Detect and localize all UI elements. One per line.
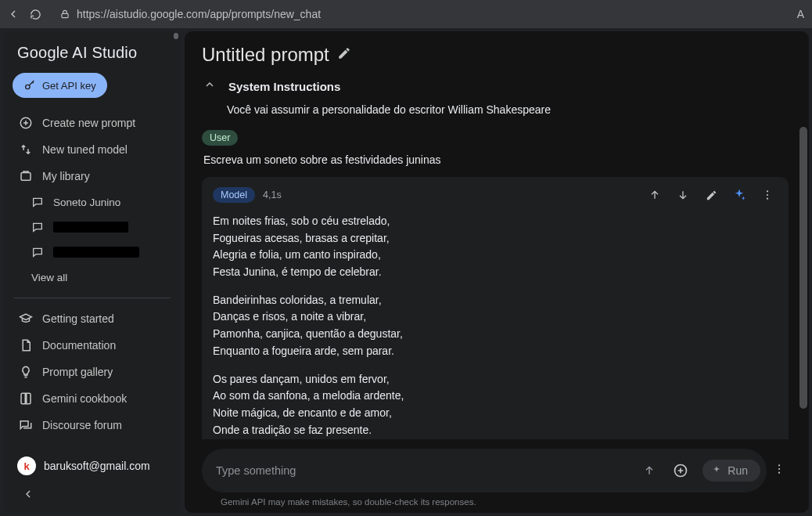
graduation-icon bbox=[19, 312, 33, 326]
svg-point-9 bbox=[778, 464, 780, 466]
nav-label: Prompt gallery bbox=[42, 366, 113, 378]
arrow-up-icon bbox=[643, 464, 656, 477]
reload-button[interactable] bbox=[28, 7, 42, 21]
tune-icon bbox=[19, 143, 33, 157]
view-all-link[interactable]: View all bbox=[11, 265, 174, 290]
svg-point-11 bbox=[778, 472, 780, 474]
nav-label: Documentation bbox=[42, 339, 116, 352]
url-text: https://aistudio.google.com/app/prompts/… bbox=[77, 8, 321, 20]
my-library[interactable]: My library bbox=[11, 164, 174, 189]
sidebar-scrollbar[interactable] bbox=[172, 31, 180, 513]
library-item-redacted-2[interactable] bbox=[11, 240, 174, 264]
poem-stanza: Bandeirinhas coloridas, a tremular,Dança… bbox=[213, 292, 778, 360]
plus-circle-icon bbox=[19, 116, 33, 130]
redacted-label bbox=[53, 222, 128, 233]
nav-label: New tuned model bbox=[42, 143, 128, 156]
prompt-title-row: Untitled prompt bbox=[185, 31, 809, 74]
arrow-down-icon bbox=[677, 189, 689, 201]
back-button[interactable] bbox=[6, 7, 20, 21]
library-item-redacted-1[interactable] bbox=[11, 215, 174, 239]
get-api-key-button[interactable]: Get API key bbox=[13, 73, 107, 98]
redacted-label bbox=[53, 247, 139, 258]
user-message: User Escreva um soneto sobre as festivid… bbox=[202, 125, 789, 175]
prompt-input-box: Run bbox=[202, 449, 767, 493]
nav-label: Getting started bbox=[42, 312, 114, 325]
address-bar[interactable]: https://aistudio.google.com/app/prompts/… bbox=[50, 8, 789, 20]
sidebar-divider bbox=[14, 298, 171, 298]
pencil-icon bbox=[337, 46, 351, 60]
account-email: baruksoft@gmail.com bbox=[44, 460, 150, 472]
model-latency: 4,1s bbox=[263, 189, 282, 200]
disclaimer-text: Gemini API may make mistakes, so double-… bbox=[185, 496, 809, 513]
key-icon bbox=[23, 79, 36, 92]
documentation-link[interactable]: Documentation bbox=[11, 333, 174, 358]
model-message: Model 4,1s Em noites frias, sob o céu es… bbox=[202, 177, 789, 439]
nav-label: My library bbox=[42, 170, 90, 182]
run-label: Run bbox=[728, 464, 748, 477]
sparkle-icon bbox=[710, 464, 723, 477]
svg-rect-3 bbox=[21, 173, 31, 181]
library-item-soneto[interactable]: Soneto Junino bbox=[11, 190, 174, 214]
forum-icon bbox=[19, 418, 33, 432]
chevron-up-icon bbox=[203, 78, 216, 91]
system-instructions-header: System Instructions bbox=[185, 74, 809, 99]
regenerate-button[interactable] bbox=[729, 185, 749, 205]
system-toggle[interactable] bbox=[202, 77, 217, 96]
collapse-sidebar-button[interactable] bbox=[17, 483, 39, 505]
more-options-button[interactable] bbox=[757, 185, 778, 205]
prompt-title: Untitled prompt bbox=[202, 44, 329, 66]
chat-icon bbox=[31, 221, 44, 233]
prompt-input[interactable] bbox=[216, 464, 631, 477]
input-row: Run bbox=[185, 439, 809, 496]
create-new-prompt[interactable]: Create new prompt bbox=[11, 110, 174, 135]
kebab-icon bbox=[761, 189, 774, 201]
svg-point-1 bbox=[26, 85, 30, 88]
edit-response-button[interactable] bbox=[701, 185, 721, 205]
document-icon bbox=[19, 338, 33, 352]
nav-label: Create new prompt bbox=[42, 117, 135, 129]
run-button[interactable]: Run bbox=[702, 460, 760, 482]
discourse-forum-link[interactable]: Discourse forum bbox=[11, 413, 174, 438]
avatar: k bbox=[17, 456, 36, 475]
model-response-text: Em noites frias, sob o céu estrelado,Fog… bbox=[213, 205, 778, 439]
edit-title-button[interactable] bbox=[337, 46, 351, 63]
add-attachment-button[interactable] bbox=[668, 458, 693, 483]
vertex-ai-link[interactable]: Build with Vertex AI on Google Cloud bbox=[11, 439, 174, 446]
plus-circle-icon bbox=[673, 463, 688, 478]
nav-label: Gemini cookbook bbox=[42, 392, 127, 405]
sidebar-resources: Getting started Documentation Prompt gal… bbox=[11, 306, 174, 446]
prompt-gallery-link[interactable]: Prompt gallery bbox=[11, 359, 174, 384]
expand-down-button[interactable] bbox=[673, 185, 693, 205]
browser-toolbar: https://aistudio.google.com/app/prompts/… bbox=[0, 0, 812, 28]
account-row[interactable]: k baruksoft@gmail.com bbox=[11, 452, 174, 480]
book-icon bbox=[19, 392, 33, 406]
chevron-left-icon bbox=[22, 488, 34, 500]
send-button[interactable] bbox=[637, 458, 662, 483]
sidebar: Google AI Studio Get API key Create new … bbox=[3, 31, 181, 513]
nav-label: Discourse forum bbox=[42, 419, 122, 431]
more-input-options[interactable] bbox=[773, 463, 795, 478]
user-text: Escreva um soneto sobre as festividades … bbox=[202, 146, 789, 174]
system-instructions-text[interactable]: Você vai assumir a personalidade do escr… bbox=[185, 99, 809, 124]
system-instructions-label: System Instructions bbox=[228, 80, 340, 93]
kebab-icon bbox=[773, 463, 785, 475]
lock-icon bbox=[59, 9, 70, 20]
user-chip: User bbox=[202, 130, 238, 146]
get-api-key-label: Get API key bbox=[42, 80, 96, 92]
poem-stanza: Em noites frias, sob o céu estrelado,Fog… bbox=[213, 213, 778, 281]
chat-icon bbox=[31, 196, 44, 208]
svg-rect-0 bbox=[62, 13, 68, 17]
extension-initial: A bbox=[797, 8, 806, 20]
collapse-up-button[interactable] bbox=[645, 185, 665, 205]
model-chip: Model bbox=[213, 187, 255, 203]
app-brand: Google AI Studio bbox=[11, 41, 174, 73]
gemini-cookbook-link[interactable]: Gemini cookbook bbox=[11, 386, 174, 411]
library-icon bbox=[19, 169, 33, 183]
pencil-icon bbox=[706, 189, 717, 201]
chat-icon bbox=[31, 246, 44, 258]
svg-point-7 bbox=[767, 198, 768, 200]
svg-point-10 bbox=[778, 468, 780, 470]
library-item-label: Soneto Junino bbox=[53, 197, 120, 208]
getting-started-link[interactable]: Getting started bbox=[11, 306, 174, 331]
new-tuned-model[interactable]: New tuned model bbox=[11, 137, 174, 162]
